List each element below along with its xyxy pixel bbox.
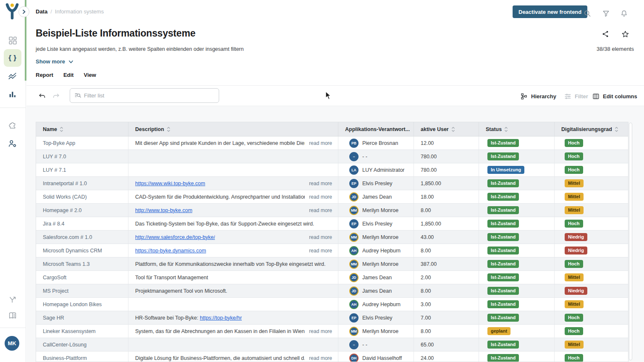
- cell-name[interactable]: LUY # 7.1: [36, 163, 128, 176]
- table-row[interactable]: Salesforce.com # 1.0http://www.salesforc…: [36, 231, 628, 244]
- cell-name[interactable]: Sage HR: [36, 311, 128, 324]
- user-avatar[interactable]: MK: [5, 336, 19, 351]
- owner-avatar[interactable]: EP: [349, 219, 359, 228]
- column-header[interactable]: Description: [128, 122, 338, 136]
- menu-item-report[interactable]: Report: [36, 72, 53, 78]
- cell-name[interactable]: Homepage London Bikes: [36, 298, 128, 311]
- deactivate-frontend-button[interactable]: Deactivate new frontend: [513, 5, 587, 18]
- column-header[interactable]: Name: [36, 122, 128, 136]
- star-icon[interactable]: [620, 29, 630, 39]
- menu-item-edit[interactable]: Edit: [63, 72, 74, 78]
- description-link[interactable]: https://top-byke.dynamics.com: [135, 248, 206, 254]
- cell-name[interactable]: Salesforce.com # 1.0: [36, 231, 128, 244]
- owner-avatar[interactable]: MM: [349, 327, 359, 336]
- filter-list-input[interactable]: [84, 92, 215, 99]
- show-more-toggle[interactable]: Show more: [36, 58, 73, 65]
- owner-avatar[interactable]: LA: [349, 165, 359, 175]
- table-row[interactable]: Microsoft Teams 1.3Plattform, die für Ko…: [36, 257, 628, 271]
- table-row[interactable]: CargoSoftTool für Transport ManagementJD…: [36, 271, 628, 284]
- column-header[interactable]: Status: [479, 122, 555, 136]
- cell-name[interactable]: Solid Works (CAD): [36, 190, 128, 203]
- column-header[interactable]: Digitalisierungsgrad: [555, 122, 628, 136]
- owner-avatar[interactable]: EP: [349, 179, 359, 188]
- edit-columns-button[interactable]: Edit columns: [592, 91, 637, 101]
- owner-avatar[interactable]: –: [349, 152, 359, 161]
- undo-button[interactable]: [38, 92, 46, 100]
- read-more-link[interactable]: read more: [305, 355, 332, 361]
- table-row[interactable]: Intranetportal # 1.0https://www.wiki.top…: [36, 177, 628, 190]
- cell-name[interactable]: Business-Plattform: [36, 352, 128, 362]
- owner-avatar[interactable]: JD: [349, 286, 359, 296]
- bell-icon[interactable]: [618, 8, 629, 19]
- hierarchy-button[interactable]: Hierarchy: [521, 91, 556, 101]
- nav-user-gear-icon[interactable]: [8, 139, 18, 149]
- owner-avatar[interactable]: MM: [349, 260, 359, 269]
- sidebar-collapse-button[interactable]: [18, 6, 29, 17]
- description-link[interactable]: http://www.salesforce.de/top-byke/: [135, 234, 215, 240]
- cell-name[interactable]: Top-Byke App: [36, 136, 128, 150]
- branch-y-icon[interactable]: [8, 295, 18, 305]
- owner-avatar[interactable]: –: [349, 340, 359, 349]
- description-link[interactable]: https://top-byke/hr: [200, 315, 242, 321]
- vertical-scrollbar[interactable]: [629, 123, 632, 360]
- column-header[interactable]: Applikations-Verantwort...: [338, 122, 414, 136]
- table-row[interactable]: Sage HRHR-Software bei Top-Byke: https:/…: [36, 311, 628, 325]
- table-row[interactable]: Jira # 8.4Das Ticketing-System bei Top-B…: [36, 217, 628, 231]
- description-link[interactable]: http://www.top-byke.com: [135, 207, 192, 213]
- read-more-link[interactable]: read more: [305, 328, 332, 334]
- read-more-link[interactable]: read more: [305, 140, 332, 146]
- cell-name[interactable]: Intranetportal # 1.0: [36, 177, 128, 190]
- read-more-link[interactable]: read more: [305, 234, 332, 240]
- cell-name[interactable]: Lineker Kassensystem: [36, 325, 128, 338]
- nav-data-braces-active[interactable]: { }: [4, 49, 21, 67]
- owner-avatar[interactable]: AH: [349, 300, 359, 309]
- owner-avatar[interactable]: MM: [349, 206, 359, 215]
- owner-avatar[interactable]: MM: [349, 233, 359, 242]
- owner-avatar[interactable]: AH: [349, 246, 359, 255]
- cell-name[interactable]: CargoSoft: [36, 271, 128, 284]
- cell-name[interactable]: Microsoft Dynamics CRM: [36, 244, 128, 257]
- owner-avatar[interactable]: JD: [349, 192, 359, 202]
- cell-name[interactable]: MS Project: [36, 284, 128, 297]
- redo-button[interactable]: [52, 92, 60, 100]
- nav-trend-lines-icon[interactable]: [8, 71, 18, 81]
- nav-dashboard-grid-icon[interactable]: [8, 35, 18, 45]
- owner-avatar[interactable]: JD: [349, 273, 359, 282]
- table-row[interactable]: Solid Works (CAD)CAD-System für die Prod…: [36, 190, 628, 204]
- book-icon[interactable]: [8, 311, 18, 321]
- table-row[interactable]: CallCenter-Lösung–- -65.00Ist-ZustandMit…: [36, 338, 628, 352]
- table-row[interactable]: Homepage # 2.0http://www.top-byke.comrea…: [36, 204, 628, 217]
- menu-item-view[interactable]: View: [84, 72, 96, 78]
- filter-list-field[interactable]: [70, 88, 219, 103]
- table-row[interactable]: Lineker KassensystemSystem, das für die …: [36, 325, 628, 338]
- read-more-link[interactable]: read more: [305, 248, 332, 254]
- read-more-link[interactable]: read more: [305, 181, 332, 186]
- owner-avatar[interactable]: EP: [349, 313, 359, 323]
- table-row[interactable]: Homepage London BikesAHAudrey Hepburn3.0…: [36, 298, 628, 311]
- filter-button[interactable]: Filter: [564, 91, 588, 101]
- cell-name[interactable]: Microsoft Teams 1.3: [36, 257, 128, 270]
- cell-status: Ist-Zustand: [479, 338, 555, 351]
- table-row[interactable]: Microsoft Dynamics CRMhttps://top-byke.d…: [36, 244, 628, 257]
- table-row[interactable]: LUY # 7.0–- -780.00Ist-ZustandHoch: [36, 150, 628, 163]
- table-row[interactable]: LUY # 7.1LALUY Administrator780.00In Ums…: [36, 163, 628, 177]
- table-row[interactable]: MS ProjectProjektmanagement Tool von Mic…: [36, 284, 628, 298]
- nav-puzzle-icon[interactable]: [8, 120, 18, 130]
- filter-funnel-icon[interactable]: [600, 8, 611, 19]
- breadcrumb-root[interactable]: Data: [36, 8, 47, 15]
- cell-name[interactable]: LUY # 7.0: [36, 150, 128, 163]
- description-link[interactable]: https://www.wiki.top-byke.com: [135, 181, 205, 186]
- cell-name[interactable]: Homepage # 2.0: [36, 204, 128, 217]
- share-icon[interactable]: [601, 29, 610, 39]
- search-icon[interactable]: [582, 8, 593, 19]
- read-more-link[interactable]: read more: [305, 207, 332, 213]
- column-header[interactable]: aktive User: [414, 122, 479, 136]
- table-row[interactable]: Business-PlattformDigitale Lösung für Bu…: [36, 352, 628, 362]
- cell-name[interactable]: Jira # 8.4: [36, 217, 128, 230]
- table-row[interactable]: Top-Byke AppMit dieser App sind private …: [36, 136, 628, 150]
- owner-avatar[interactable]: DH: [349, 354, 359, 362]
- nav-bar-chart-icon[interactable]: [8, 89, 18, 100]
- read-more-link[interactable]: read more: [305, 194, 332, 200]
- cell-name[interactable]: CallCenter-Lösung: [36, 338, 128, 351]
- owner-avatar[interactable]: PB: [349, 139, 359, 148]
